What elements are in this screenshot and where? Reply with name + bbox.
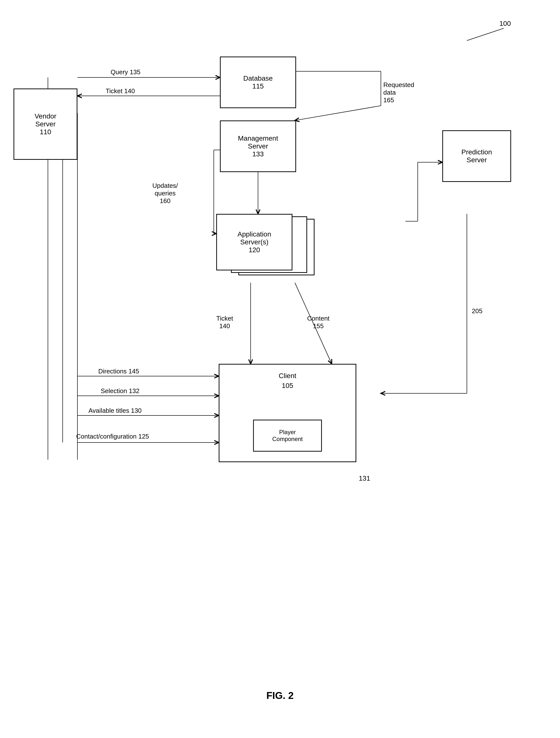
requested-data-label: Requested data165 bbox=[383, 81, 428, 104]
player-component-box: PlayerComponent bbox=[253, 420, 322, 452]
player-component-label: PlayerComponent bbox=[272, 429, 303, 442]
svg-line-6 bbox=[295, 106, 381, 120]
vendor-server-number: 110 bbox=[40, 128, 51, 136]
directions-label: Directions 145 bbox=[98, 368, 139, 375]
svg-line-1 bbox=[467, 28, 504, 41]
prediction-server-box: PredictionServer bbox=[442, 130, 511, 182]
figure-label: FIG. 2 bbox=[266, 690, 294, 701]
ticket-top-label: Ticket 140 bbox=[106, 87, 135, 95]
ticket-bottom-label: Ticket140 bbox=[216, 315, 233, 330]
ref-100: 100 bbox=[499, 20, 511, 28]
ref-205-label: 205 bbox=[472, 307, 482, 315]
prediction-server-label: PredictionServer bbox=[462, 148, 492, 164]
management-server-number: 133 bbox=[252, 150, 264, 158]
app-server-number: 120 bbox=[249, 246, 260, 254]
client-number: 105 bbox=[282, 382, 294, 390]
client-box: Client 105 PlayerComponent bbox=[219, 364, 356, 462]
app-server-label: ApplicationServer(s) bbox=[237, 230, 271, 246]
management-server-label: ManagementServer bbox=[238, 134, 278, 150]
selection-label: Selection 132 bbox=[101, 387, 139, 395]
application-servers-box: ApplicationServer(s) 120 bbox=[216, 214, 293, 271]
client-label: Client bbox=[278, 372, 296, 380]
vendor-server-label: VendorServer bbox=[35, 112, 56, 128]
contact-config-label: Contact/configuration 125 bbox=[76, 433, 149, 440]
vendor-server-box: VendorServer 110 bbox=[14, 88, 77, 160]
ref-131: 131 bbox=[359, 474, 370, 482]
available-titles-label: Available titles 130 bbox=[88, 407, 141, 414]
database-label: Database bbox=[243, 74, 273, 82]
updates-queries-label: Updates/queries160 bbox=[152, 182, 178, 205]
database-number: 115 bbox=[252, 82, 264, 90]
management-server-box: ManagementServer 133 bbox=[220, 120, 296, 172]
content-label: Content155 bbox=[307, 315, 330, 330]
query-label: Query 135 bbox=[111, 68, 140, 76]
diagram: 100 bbox=[0, 0, 560, 738]
database-box: Database 115 bbox=[220, 56, 296, 108]
